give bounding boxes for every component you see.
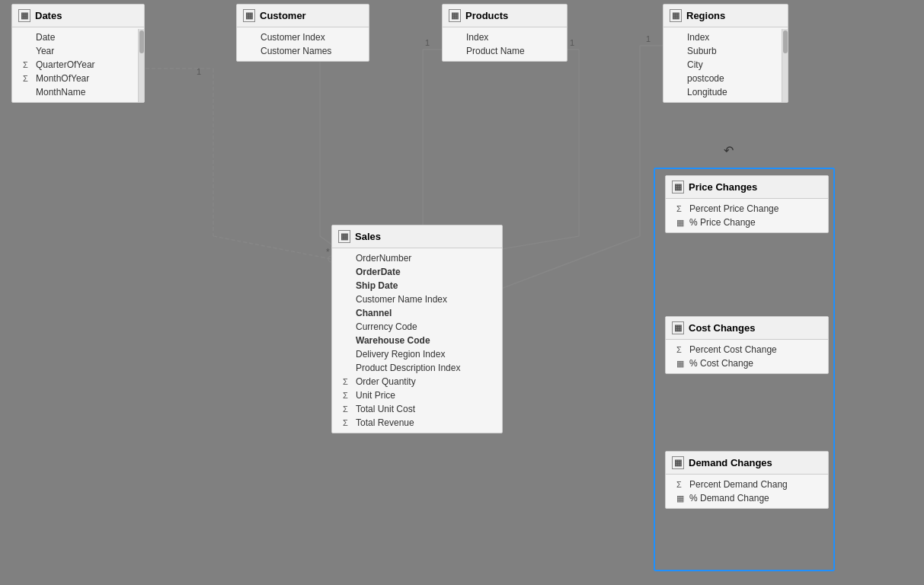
field-sales-shipdate: Ship Date bbox=[332, 279, 502, 292]
table-products-header: ▦ Products bbox=[443, 5, 567, 27]
field-costchg-pctcostchange: ▦% Cost Change bbox=[666, 356, 828, 370]
field-dates-date: Date bbox=[12, 30, 144, 44]
field-dates-quarterofyear: ΣQuarterOfYear bbox=[12, 58, 144, 72]
table-cost-changes-body: ΣPercent Cost Change ▦% Cost Change bbox=[666, 340, 828, 373]
table-dates-title: Dates bbox=[35, 10, 62, 21]
svg-text:1: 1 bbox=[425, 38, 430, 47]
table-price-changes-title: Price Changes bbox=[689, 181, 757, 193]
table-regions-header: ▦ Regions bbox=[663, 5, 788, 27]
field-dates-monthname: MonthName bbox=[12, 85, 144, 99]
svg-text:*: * bbox=[326, 247, 330, 257]
table-demand-changes-body: ΣPercent Demand Chang ▦% Demand Change bbox=[666, 475, 828, 508]
table-price-changes-header: ▦ Price Changes bbox=[666, 176, 828, 199]
field-dates-monthofyear: ΣMonthOfYear bbox=[12, 72, 144, 85]
field-demandchg-pctdemandchange: ▦% Demand Change bbox=[666, 491, 828, 505]
svg-text:1: 1 bbox=[570, 38, 574, 47]
table-price-changes-icon: ▦ bbox=[672, 181, 684, 193]
table-regions-body: Index Suburb City postcode Longitude bbox=[663, 27, 788, 102]
field-customer-names: Customer Names bbox=[237, 44, 369, 58]
table-dates[interactable]: ▦ Dates Date Year ΣQuarterOfYear ΣMonthO… bbox=[11, 4, 145, 103]
table-sales-title: Sales bbox=[355, 231, 381, 242]
table-sales-header: ▦ Sales bbox=[332, 225, 502, 248]
table-products-body: Index Product Name bbox=[443, 27, 567, 61]
svg-text:1: 1 bbox=[197, 67, 201, 76]
table-price-changes-body: ΣPercent Price Change ▦% Price Change bbox=[666, 199, 828, 232]
field-demandchg-percentdemandchang: ΣPercent Demand Chang bbox=[666, 478, 828, 491]
table-regions[interactable]: ▦ Regions Index Suburb City postcode Lon… bbox=[663, 4, 788, 103]
field-regions-city: City bbox=[663, 58, 788, 72]
field-sales-totalunitcost: ΣTotal Unit Cost bbox=[332, 402, 502, 416]
table-cost-changes[interactable]: ▦ Cost Changes ΣPercent Cost Change ▦% C… bbox=[665, 316, 829, 374]
table-regions-icon: ▦ bbox=[670, 9, 682, 22]
field-pricechg-pctpricechange: ▦% Price Change bbox=[666, 216, 828, 229]
field-sales-deliveryregionindex: Delivery Region Index bbox=[332, 347, 502, 361]
table-cost-changes-icon: ▦ bbox=[672, 321, 684, 334]
svg-text:1: 1 bbox=[646, 34, 651, 43]
field-sales-ordernumber: OrderNumber bbox=[332, 251, 502, 265]
field-sales-currencycode: Currency Code bbox=[332, 320, 502, 334]
table-products-icon: ▦ bbox=[449, 9, 461, 22]
svg-line-2 bbox=[213, 236, 331, 259]
table-customer-icon: ▦ bbox=[243, 9, 255, 22]
field-sales-unitprice: ΣUnit Price bbox=[332, 388, 502, 402]
table-demand-changes-icon: ▦ bbox=[672, 456, 684, 469]
table-products-title: Products bbox=[465, 10, 508, 21]
table-demand-changes[interactable]: ▦ Demand Changes ΣPercent Demand Chang ▦… bbox=[665, 451, 829, 509]
table-demand-changes-header: ▦ Demand Changes bbox=[666, 452, 828, 475]
field-sales-orderdate: OrderDate bbox=[332, 265, 502, 279]
field-pricechg-percentpricechange: ΣPercent Price Change bbox=[666, 202, 828, 216]
diagram-canvas: 1 1 * 1 * 1 * 1 * 1 * ▦ Dates Date Year … bbox=[0, 0, 924, 585]
table-dates-icon: ▦ bbox=[18, 9, 30, 22]
table-price-changes[interactable]: ▦ Price Changes ΣPercent Price Change ▦%… bbox=[665, 175, 829, 233]
field-products-index: Index bbox=[443, 30, 567, 44]
regions-scrollbar[interactable] bbox=[782, 29, 788, 102]
table-regions-title: Regions bbox=[686, 10, 725, 21]
field-sales-channel: Channel bbox=[332, 306, 502, 320]
table-products[interactable]: ▦ Products Index Product Name bbox=[442, 4, 568, 62]
field-sales-orderquantity: ΣOrder Quantity bbox=[332, 375, 502, 388]
field-regions-suburb: Suburb bbox=[663, 44, 788, 58]
field-sales-totalrevenue: ΣTotal Revenue bbox=[332, 416, 502, 430]
table-customer[interactable]: ▦ Customer Customer Index Customer Names bbox=[236, 4, 369, 62]
table-cost-changes-title: Cost Changes bbox=[689, 322, 755, 334]
table-sales[interactable]: ▦ Sales OrderNumber OrderDate Ship Date … bbox=[331, 225, 503, 433]
field-regions-longitude: Longitude bbox=[663, 85, 788, 99]
cursor: ↶ bbox=[724, 143, 734, 158]
field-regions-index: Index bbox=[663, 30, 788, 44]
field-sales-warehousecode: Warehouse Code bbox=[332, 334, 502, 347]
field-dates-year: Year bbox=[12, 44, 144, 58]
table-demand-changes-title: Demand Changes bbox=[689, 457, 772, 468]
table-sales-body: OrderNumber OrderDate Ship Date Customer… bbox=[332, 248, 502, 433]
table-customer-body: Customer Index Customer Names bbox=[237, 27, 369, 61]
svg-line-14 bbox=[499, 236, 640, 289]
field-costchg-percentcostchange: ΣPercent Cost Change bbox=[666, 343, 828, 356]
field-customer-index: Customer Index bbox=[237, 30, 369, 44]
field-products-name: Product Name bbox=[443, 44, 567, 58]
table-customer-header: ▦ Customer bbox=[237, 5, 369, 27]
table-cost-changes-header: ▦ Cost Changes bbox=[666, 317, 828, 340]
table-dates-header: ▦ Dates bbox=[12, 5, 144, 27]
table-sales-icon: ▦ bbox=[338, 230, 350, 243]
field-sales-productdescriptionindex: Product Description Index bbox=[332, 361, 502, 375]
table-customer-title: Customer bbox=[260, 10, 306, 21]
table-dates-body: Date Year ΣQuarterOfYear ΣMonthOfYear Mo… bbox=[12, 27, 144, 102]
dates-scrollbar[interactable] bbox=[138, 29, 144, 102]
field-regions-postcode: postcode bbox=[663, 72, 788, 85]
field-sales-customernameindex: Customer Name Index bbox=[332, 292, 502, 306]
